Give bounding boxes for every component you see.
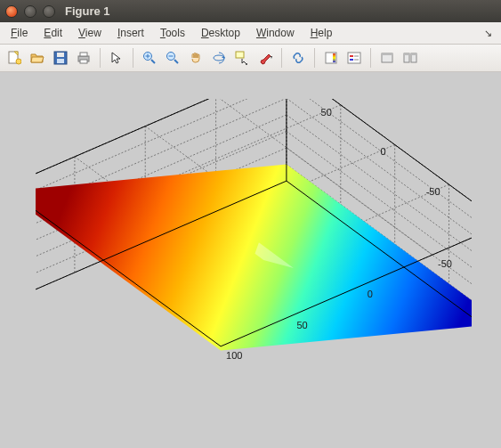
legend-button[interactable]: [343, 47, 365, 69]
data-cursor-icon: [235, 51, 249, 65]
link-icon: [291, 51, 305, 65]
svg-rect-29: [382, 53, 392, 55]
hide-plottools-button[interactable]: [376, 47, 398, 69]
open-button[interactable]: [27, 47, 48, 69]
svg-text:50: 50: [321, 107, 332, 118]
svg-text:0: 0: [368, 289, 373, 299]
menubar: File Edit View Insert Tools Desktop Wind…: [0, 22, 501, 45]
menu-edit[interactable]: Edit: [36, 25, 69, 41]
menu-insert[interactable]: Insert: [110, 25, 151, 41]
menu-desktop[interactable]: Desktop: [194, 25, 247, 41]
colorbar-icon: [324, 51, 338, 65]
window-titlebar: Figure 1: [0, 0, 501, 22]
svg-text:-50: -50: [438, 258, 452, 269]
menu-tools[interactable]: Tools: [153, 25, 192, 41]
svg-rect-8: [80, 60, 87, 63]
menu-file[interactable]: File: [4, 25, 35, 41]
hand-icon: [189, 51, 203, 65]
rotate3d-icon: [212, 51, 226, 65]
new-figure-button[interactable]: [4, 47, 25, 69]
toolbar-separator: [281, 48, 282, 68]
svg-line-10: [151, 60, 155, 63]
show-tools-icon: [403, 51, 417, 65]
datacursor-button[interactable]: [231, 47, 253, 69]
new-file-icon: [7, 51, 21, 65]
pointer-button[interactable]: [106, 47, 127, 69]
svg-marker-70: [36, 165, 472, 351]
menu-view[interactable]: View: [71, 25, 109, 41]
figure-canvas[interactable]: -60-40-20020406080-100-50050100-100-5005…: [0, 72, 501, 448]
window-maximize-button[interactable]: [43, 5, 55, 18]
print-button[interactable]: [73, 47, 94, 69]
folder-open-icon: [30, 51, 44, 65]
svg-text:0: 0: [381, 146, 386, 157]
colorbar-button[interactable]: [320, 47, 342, 69]
svg-marker-20: [271, 56, 272, 59]
link-button[interactable]: [287, 47, 309, 69]
svg-rect-5: [57, 59, 64, 63]
svg-rect-33: [411, 53, 416, 55]
svg-rect-4: [57, 53, 64, 57]
hide-tools-icon: [380, 51, 394, 65]
svg-line-14: [174, 60, 178, 63]
window-close-button[interactable]: [5, 5, 18, 18]
svg-rect-18: [236, 52, 244, 58]
svg-rect-22: [333, 53, 335, 62]
rotate3d-button[interactable]: [208, 47, 230, 69]
zoom-in-icon: [142, 51, 157, 65]
brush-button[interactable]: [255, 47, 276, 69]
menu-window[interactable]: Window: [249, 25, 302, 41]
menu-dock-button[interactable]: ↘: [479, 26, 497, 41]
legend-icon: [347, 51, 361, 65]
svg-point-2: [16, 59, 21, 64]
save-button[interactable]: [50, 47, 71, 69]
svg-text:100: 100: [226, 350, 242, 361]
svg-rect-7: [80, 53, 87, 56]
printer-icon: [77, 51, 91, 65]
floppy-disk-icon: [53, 51, 68, 65]
svg-rect-32: [404, 53, 409, 55]
brush-icon: [258, 51, 272, 65]
svg-text:-50: -50: [426, 186, 440, 197]
toolbar: [0, 45, 501, 72]
toolbar-separator: [133, 48, 133, 68]
toolbar-separator: [100, 48, 101, 68]
zoom-out-button[interactable]: [162, 47, 183, 69]
show-plottools-button[interactable]: [400, 47, 421, 69]
window-minimize-button[interactable]: [24, 5, 36, 18]
toolbar-separator: [370, 48, 371, 68]
svg-text:50: 50: [296, 320, 307, 330]
menu-help[interactable]: Help: [303, 25, 340, 41]
svg-rect-23: [348, 53, 360, 63]
cursor-arrow-icon: [109, 51, 124, 65]
window-title: Figure 1: [65, 4, 110, 18]
axes-3d: -60-40-20020406080-100-50050100-100-5005…: [36, 99, 472, 437]
svg-point-19: [246, 63, 247, 65]
toolbar-separator: [314, 48, 315, 68]
zoom-out-icon: [166, 51, 180, 65]
zoom-in-button[interactable]: [139, 47, 160, 69]
pan-button[interactable]: [185, 47, 206, 69]
